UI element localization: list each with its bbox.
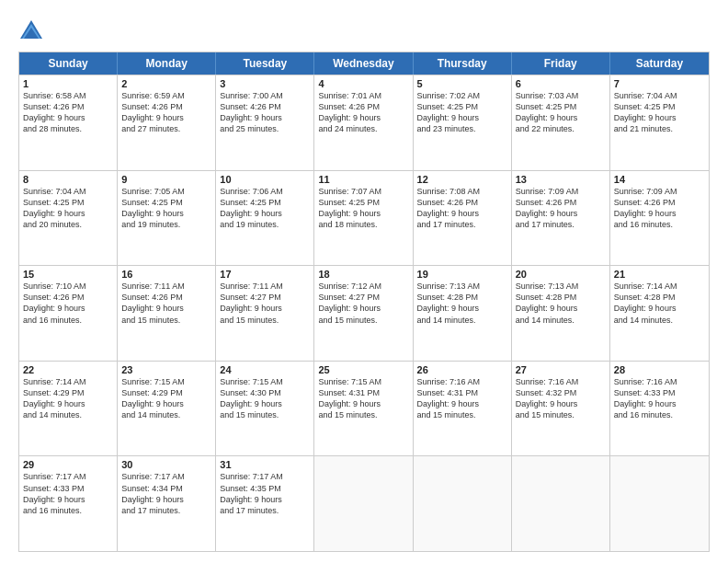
cell-line: and 15 minutes.: [516, 409, 606, 420]
cell-line: and 15 minutes.: [220, 315, 310, 326]
day-number: 28: [614, 364, 705, 375]
calendar-cell: 12Sunrise: 7:08 AMSunset: 4:26 PMDayligh…: [414, 171, 512, 266]
cell-line: Daylight: 9 hours: [417, 398, 507, 409]
cell-line: Sunset: 4:26 PM: [220, 101, 310, 112]
cell-line: Sunrise: 7:14 AM: [23, 376, 113, 387]
calendar-cell: 29Sunrise: 7:17 AMSunset: 4:33 PMDayligh…: [19, 456, 118, 551]
cell-line: and 15 minutes.: [220, 409, 310, 420]
day-number: 6: [516, 78, 606, 89]
cell-line: Daylight: 9 hours: [23, 303, 113, 314]
cell-line: Sunrise: 7:05 AM: [121, 186, 211, 197]
calendar-row: 8Sunrise: 7:04 AMSunset: 4:25 PMDaylight…: [19, 170, 709, 266]
cell-line: Sunset: 4:25 PM: [121, 197, 211, 208]
cell-line: and 27 minutes.: [121, 123, 211, 134]
cell-line: and 25 minutes.: [220, 123, 310, 134]
day-number: 22: [23, 364, 113, 375]
cell-line: and 20 minutes.: [23, 219, 113, 230]
cell-line: and 15 minutes.: [121, 315, 211, 326]
cell-line: Daylight: 9 hours: [318, 303, 408, 314]
cell-line: Sunset: 4:30 PM: [220, 387, 310, 398]
day-number: 2: [121, 78, 211, 89]
cell-line: Sunset: 4:29 PM: [121, 387, 211, 398]
day-number: 25: [318, 364, 408, 375]
header-thursday: Thursday: [414, 52, 512, 75]
cell-line: Sunrise: 7:10 AM: [23, 281, 113, 292]
day-number: 16: [121, 269, 211, 280]
cell-line: Sunrise: 7:14 AM: [614, 281, 705, 292]
cell-line: Sunrise: 7:11 AM: [121, 281, 211, 292]
cell-line: Sunset: 4:27 PM: [220, 292, 310, 303]
cell-line: Sunset: 4:26 PM: [417, 197, 507, 208]
cell-line: Daylight: 9 hours: [516, 303, 606, 314]
cell-line: Sunset: 4:34 PM: [121, 483, 211, 494]
calendar-cell: 2Sunrise: 6:59 AMSunset: 4:26 PMDaylight…: [118, 75, 216, 170]
calendar-cell: 31Sunrise: 7:17 AMSunset: 4:35 PMDayligh…: [216, 456, 314, 551]
cell-line: Sunrise: 7:17 AM: [23, 471, 113, 482]
cell-line: Daylight: 9 hours: [23, 112, 113, 123]
calendar-cell: [512, 456, 610, 551]
cell-line: Daylight: 9 hours: [121, 398, 211, 409]
cell-line: Daylight: 9 hours: [417, 303, 507, 314]
calendar-cell: 7Sunrise: 7:04 AMSunset: 4:25 PMDaylight…: [610, 75, 709, 170]
calendar-cell: 25Sunrise: 7:15 AMSunset: 4:31 PMDayligh…: [314, 362, 413, 456]
calendar-row: 1Sunrise: 6:58 AMSunset: 4:26 PMDaylight…: [19, 75, 709, 170]
cell-line: Sunset: 4:28 PM: [516, 292, 606, 303]
day-number: 20: [516, 269, 606, 280]
header-tuesday: Tuesday: [216, 52, 314, 75]
cell-line: Sunrise: 7:03 AM: [516, 90, 606, 101]
cell-line: Sunset: 4:26 PM: [614, 197, 705, 208]
cell-line: and 23 minutes.: [417, 123, 507, 134]
day-number: 19: [417, 269, 507, 280]
header-wednesday: Wednesday: [314, 52, 413, 75]
logo-icon: [18, 18, 44, 44]
cell-line: and 19 minutes.: [220, 219, 310, 230]
cell-line: Sunset: 4:29 PM: [23, 387, 113, 398]
calendar-cell: 14Sunrise: 7:09 AMSunset: 4:26 PMDayligh…: [610, 171, 709, 266]
cell-line: Sunset: 4:28 PM: [417, 292, 507, 303]
cell-line: Sunset: 4:32 PM: [516, 387, 606, 398]
cell-line: Sunrise: 7:16 AM: [614, 376, 705, 387]
calendar-cell: 3Sunrise: 7:00 AMSunset: 4:26 PMDaylight…: [216, 75, 314, 170]
cell-line: and 21 minutes.: [614, 123, 705, 134]
cell-line: and 19 minutes.: [121, 219, 211, 230]
cell-line: Daylight: 9 hours: [121, 112, 211, 123]
cell-line: Daylight: 9 hours: [121, 208, 211, 219]
calendar-cell: 16Sunrise: 7:11 AMSunset: 4:26 PMDayligh…: [118, 266, 216, 361]
cell-line: and 16 minutes.: [23, 315, 113, 326]
cell-line: Sunset: 4:26 PM: [23, 292, 113, 303]
cell-line: Sunrise: 7:13 AM: [417, 281, 507, 292]
cell-line: Sunset: 4:25 PM: [417, 101, 507, 112]
cell-line: Sunset: 4:25 PM: [220, 197, 310, 208]
calendar-cell: 20Sunrise: 7:13 AMSunset: 4:28 PMDayligh…: [512, 266, 610, 361]
cell-line: Sunrise: 7:08 AM: [417, 186, 507, 197]
cell-line: Daylight: 9 hours: [220, 208, 310, 219]
cell-line: Daylight: 9 hours: [318, 112, 408, 123]
day-number: 1: [23, 78, 113, 89]
cell-line: Sunrise: 7:13 AM: [516, 281, 606, 292]
day-number: 5: [417, 78, 507, 89]
cell-line: Daylight: 9 hours: [318, 208, 408, 219]
cell-line: Sunrise: 7:09 AM: [516, 186, 606, 197]
calendar-body: 1Sunrise: 6:58 AMSunset: 4:26 PMDaylight…: [19, 75, 709, 551]
calendar-cell: 13Sunrise: 7:09 AMSunset: 4:26 PMDayligh…: [512, 171, 610, 266]
cell-line: Daylight: 9 hours: [220, 398, 310, 409]
calendar-cell: 21Sunrise: 7:14 AMSunset: 4:28 PMDayligh…: [610, 266, 709, 361]
cell-line: and 28 minutes.: [23, 123, 113, 134]
day-number: 23: [121, 364, 211, 375]
calendar-header: SundayMondayTuesdayWednesdayThursdayFrid…: [19, 52, 709, 75]
calendar-cell: 5Sunrise: 7:02 AMSunset: 4:25 PMDaylight…: [414, 75, 512, 170]
cell-line: Daylight: 9 hours: [417, 112, 507, 123]
calendar-cell: 1Sunrise: 6:58 AMSunset: 4:26 PMDaylight…: [19, 75, 118, 170]
calendar-cell: 27Sunrise: 7:16 AMSunset: 4:32 PMDayligh…: [512, 362, 610, 456]
cell-line: and 14 minutes.: [121, 409, 211, 420]
calendar-cell: [314, 456, 413, 551]
day-number: 13: [516, 174, 606, 185]
cell-line: Sunrise: 7:07 AM: [318, 186, 408, 197]
day-number: 7: [614, 78, 705, 89]
day-number: 15: [23, 269, 113, 280]
cell-line: and 17 minutes.: [121, 505, 211, 516]
cell-line: and 22 minutes.: [516, 123, 606, 134]
cell-line: Sunset: 4:26 PM: [121, 292, 211, 303]
day-number: 21: [614, 269, 705, 280]
cell-line: Daylight: 9 hours: [23, 208, 113, 219]
